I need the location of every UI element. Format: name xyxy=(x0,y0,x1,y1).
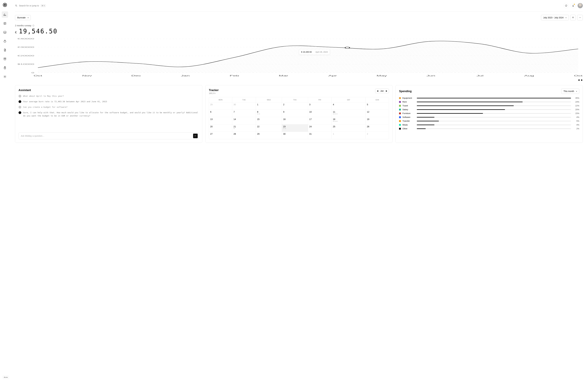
calendar-day[interactable]: 11 xyxy=(332,110,365,117)
spending-row[interactable]: Transfer 5% xyxy=(399,120,579,122)
spending-range-dropdown[interactable]: This month ▾ xyxy=(561,89,579,94)
nav-inbox[interactable] xyxy=(2,29,8,36)
nav-timer[interactable] xyxy=(2,38,8,44)
tracker-title: Tracker xyxy=(209,89,219,92)
nav-analytics[interactable] xyxy=(2,11,8,18)
nav-document[interactable] xyxy=(2,47,8,53)
calendar-day[interactable]: 22 xyxy=(256,124,282,132)
refresh-button[interactable] xyxy=(564,3,569,8)
calendar-day[interactable]: 29 xyxy=(209,102,232,110)
category-bar xyxy=(417,121,571,121)
chart-prev[interactable]: ◀ xyxy=(578,79,580,81)
month-next[interactable]: ▶ xyxy=(386,90,387,92)
calendar-day[interactable]: 19 xyxy=(366,117,389,124)
category-bar xyxy=(417,117,571,118)
category-pct: 22% xyxy=(572,104,579,107)
search-placeholder: Search for or jump to xyxy=(19,4,39,7)
category-label: Travel xyxy=(402,104,415,107)
filter-button[interactable] xyxy=(570,15,576,20)
spending-row[interactable]: Equipment 35% xyxy=(399,97,579,99)
calendar-day[interactable]: 24 xyxy=(308,124,332,132)
chart-next[interactable]: ▶ xyxy=(581,79,583,81)
month-label: Jan xyxy=(380,90,384,92)
date-range-dropdown[interactable]: July 2023 - July 2024 ▾ xyxy=(541,15,569,20)
calendar-day[interactable]: 31 xyxy=(308,132,332,139)
calendar-weekday: WED xyxy=(256,97,282,102)
calendar-day[interactable]: 5 xyxy=(366,102,389,110)
calendar-day[interactable]: 14 xyxy=(232,117,256,124)
calendar-day[interactable]: 29 xyxy=(256,132,282,139)
calendar-day[interactable]: 27 xyxy=(209,132,232,139)
calendar-day[interactable]: 2 xyxy=(366,132,389,139)
calendar-day[interactable]: 17 xyxy=(308,117,332,124)
main: Search for or jump to ⌘K Burnrate ▾ xyxy=(10,0,588,382)
spending-row[interactable]: Meals 4% xyxy=(399,124,579,126)
svg-text:Aug: Aug xyxy=(524,75,534,77)
notification-dot xyxy=(574,4,575,5)
calendar-day[interactable]: 6 xyxy=(209,110,232,117)
more-button[interactable] xyxy=(577,15,583,20)
spending-row[interactable]: Travel 22% xyxy=(399,104,579,107)
calendar-day[interactable]: 9 xyxy=(282,110,308,117)
bot-avatar-icon xyxy=(19,111,21,114)
calendar-day[interactable]: 21 xyxy=(232,124,256,132)
calendar-day[interactable]: 30 xyxy=(282,132,308,139)
user-avatar[interactable] xyxy=(578,3,583,8)
category-color-swatch xyxy=(399,105,401,107)
svg-line-14 xyxy=(17,6,17,6)
spending-row[interactable]: Rent 24% xyxy=(399,101,579,103)
calendar-day[interactable]: 10 xyxy=(308,110,332,117)
notifications-button[interactable] xyxy=(570,3,576,8)
spending-row[interactable]: Furniture 15% xyxy=(399,112,579,115)
metric-dropdown[interactable]: Burnrate ▾ xyxy=(15,15,31,20)
message-text: What about April to May this year? xyxy=(23,95,64,98)
category-pct: 5% xyxy=(572,120,579,122)
message-text: Sure, I can help with that. How much wou… xyxy=(23,111,199,117)
calendar-day[interactable]: 20 xyxy=(209,124,232,132)
calendar-day[interactable]: 1 xyxy=(332,132,365,139)
svg-point-25 xyxy=(345,47,350,48)
svg-text:Mar: Mar xyxy=(279,75,288,77)
nav-list[interactable] xyxy=(2,20,8,27)
calendar-day[interactable]: 25 xyxy=(332,124,365,132)
nav-archive[interactable] xyxy=(2,56,8,62)
calendar-day[interactable]: 12 xyxy=(366,110,389,117)
spending-row[interactable]: Salary 20% xyxy=(399,108,579,111)
calendar-day[interactable]: 2 xyxy=(282,102,308,110)
tracker-card: Tracker 165,5 h ◀ Jan ▶ MONTUEWEDTHUFRIS… xyxy=(205,85,393,143)
info-icon[interactable] xyxy=(32,24,34,27)
spending-range-label: This month xyxy=(564,90,574,92)
filter-icon xyxy=(572,16,574,19)
assistant-message-user: Can you create a budget for software? xyxy=(19,106,199,109)
tracker-subtitle: 165,5 h xyxy=(209,92,219,94)
calendar-day[interactable]: 23 xyxy=(282,124,308,132)
month-prev[interactable]: ◀ xyxy=(377,90,378,92)
assistant-input[interactable] xyxy=(21,135,193,137)
assistant-message-bot: Sure, I can help with that. How much wou… xyxy=(19,111,199,117)
svg-text:May: May xyxy=(377,75,387,77)
spending-row[interactable]: Software 4% xyxy=(399,116,579,118)
nav-clipboard[interactable] xyxy=(2,65,8,71)
calendar-day[interactable]: 15 xyxy=(256,117,282,124)
calendar-day[interactable]: 4 xyxy=(332,102,365,110)
svg-text:0: 0 xyxy=(31,72,34,74)
calendar-day[interactable]: 30 xyxy=(232,102,256,110)
calendar-day[interactable]: 26 xyxy=(366,124,389,132)
svg-text:Jul: Jul xyxy=(477,75,483,77)
calendar-day[interactable]: 16 xyxy=(282,117,308,124)
spending-list: Equipment 35% Rent 24% Travel 22% Salary… xyxy=(399,97,579,130)
category-color-swatch xyxy=(399,101,401,103)
calendar-day[interactable]: 1 xyxy=(256,102,282,110)
svg-text:Jun: Jun xyxy=(426,75,435,77)
calendar-day[interactable]: 3 xyxy=(308,102,332,110)
spending-row[interactable]: Other 2% xyxy=(399,127,579,130)
calendar-day[interactable]: 18 xyxy=(332,117,365,124)
calendar-day[interactable]: 8 xyxy=(256,110,282,117)
global-search[interactable]: Search for or jump to ⌘K xyxy=(15,4,46,7)
calendar-day[interactable]: 13 xyxy=(209,117,232,124)
calendar-day[interactable]: 7 xyxy=(232,110,256,117)
nav-settings[interactable] xyxy=(2,74,8,80)
calendar-day[interactable]: 28 xyxy=(232,132,256,139)
workspace-badge[interactable]: Acme xyxy=(3,376,9,379)
assistant-send-button[interactable] xyxy=(193,134,198,138)
